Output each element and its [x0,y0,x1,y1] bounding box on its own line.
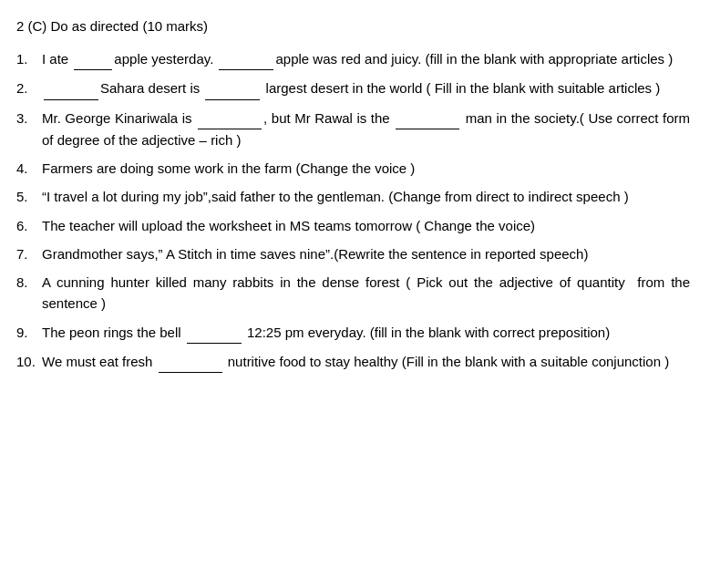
list-item: 4. Farmers are doing some work in the fa… [16,158,690,179]
list-item: 3. Mr. George Kinariwala is , but Mr Raw… [16,108,690,151]
question-number: 1. [16,48,42,70]
question-number: 10. [16,351,42,373]
question-content: The peon rings the bell 12:25 pm everyda… [42,322,690,344]
question-number: 8. [16,272,42,315]
list-item: 7. Grandmother says,” A Stitch in time s… [16,243,690,264]
section-header: 2 (C) Do as directed (10 marks) [16,16,690,36]
question-number: 5. [16,186,42,207]
questions-list: 1. I ate apple yesterday. apple was red … [16,48,690,373]
question-number: 7. [16,243,42,264]
blank-1b [219,48,273,70]
question-content: Farmers are doing some work in the farm … [42,158,690,179]
blank-10 [159,351,222,373]
question-number: 2. [16,77,42,99]
list-item: 10. We must eat fresh nutritive food to … [16,351,690,373]
question-content: “I travel a lot during my job”,said fath… [42,186,690,207]
blank-3b [396,108,459,129]
list-item: 5. “I travel a lot during my job”,said f… [16,186,690,207]
question-content: Grandmother says,” A Stitch in time save… [42,243,690,264]
blank-2b [205,77,260,99]
blank-9 [187,322,242,344]
question-content: The teacher will upload the worksheet in… [42,215,690,236]
blank-3a [198,108,262,129]
question-number: 4. [16,158,42,179]
blank-1a [74,48,112,70]
question-number: 3. [16,108,42,151]
list-item: 1. I ate apple yesterday. apple was red … [16,48,690,70]
question-content: Mr. George Kinariwala is , but Mr Rawal … [42,108,690,151]
list-item: 8. A cunning hunter killed many rabbits … [16,272,690,315]
list-item: 2. Sahara desert is largest desert in th… [16,77,690,99]
question-content: Sahara desert is largest desert in the w… [42,77,690,99]
list-item: 9. The peon rings the bell 12:25 pm ever… [16,322,690,344]
question-content: I ate apple yesterday. apple was red and… [42,48,690,70]
question-number: 9. [16,322,42,344]
list-item: 6. The teacher will upload the worksheet… [16,215,690,236]
question-content: A cunning hunter killed many rabbits in … [42,272,690,315]
question-number: 6. [16,215,42,236]
blank-2a [44,77,98,99]
question-content: We must eat fresh nutritive food to stay… [42,351,690,373]
